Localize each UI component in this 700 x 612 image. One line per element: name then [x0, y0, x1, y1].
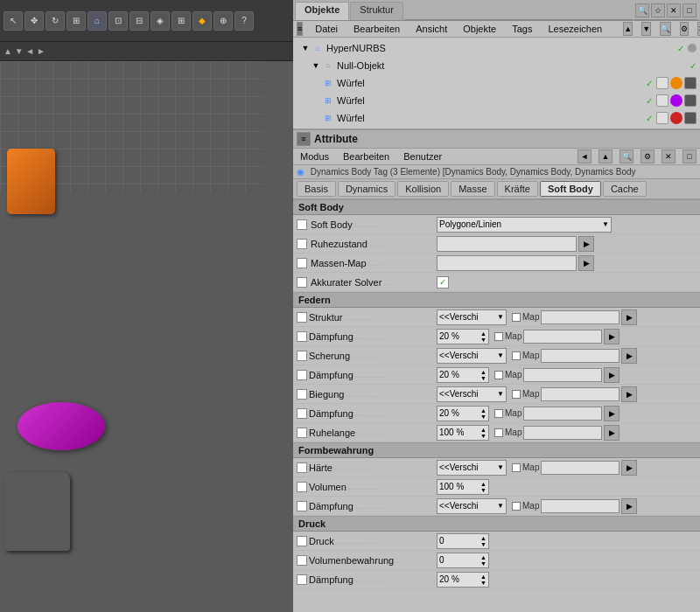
input-volumenbewahrung[interactable]: 0 ▲▼ — [437, 553, 489, 568]
search-icon[interactable]: 🔍 — [635, 3, 649, 17]
checkbox-daempfung-druck[interactable] — [297, 574, 307, 585]
dropdown-struktur[interactable]: <<Verschi▼ — [437, 309, 507, 325]
map-checkbox-haerte[interactable] — [512, 463, 521, 472]
close-icon[interactable]: ✕ — [667, 3, 681, 17]
tree-row-null[interactable]: ▼ ○ Null-Objekt ✓ — [293, 57, 700, 74]
input-daempfung-1[interactable]: 20 % ▲▼ — [437, 329, 489, 344]
attr-close-icon[interactable]: ✕ — [662, 150, 676, 163]
menu-icon-1[interactable]: ≡ — [297, 22, 303, 36]
input-ruhelange[interactable]: 100 % ▲▼ — [437, 425, 489, 441]
menu-ansicht[interactable]: Ansicht — [412, 23, 451, 35]
bool-icon[interactable]: ◈ — [150, 11, 170, 31]
cursor-icon[interactable]: ↖ — [4, 11, 23, 31]
btn-daempfung-1-map[interactable]: ▶ — [604, 329, 620, 344]
btn-daempfung-form-map[interactable]: ▶ — [621, 498, 637, 514]
scale-icon[interactable]: ⊞ — [66, 11, 86, 31]
map-checkbox-biegung[interactable] — [512, 390, 521, 399]
sym-icon[interactable]: ⊞ — [172, 11, 191, 31]
checkbox-volumen[interactable] — [297, 482, 307, 492]
btn-daempfung-3-map[interactable]: ▶ — [604, 406, 620, 421]
checkbox-daempfung-3[interactable] — [297, 408, 307, 419]
tree-row-cube3[interactable]: ⊞ Würfel ✓ — [293, 109, 700, 127]
menu-bearbeiten[interactable]: Bearbeiten — [350, 23, 403, 35]
btn-haerte-map[interactable]: ▶ — [621, 460, 637, 476]
subdivide-icon[interactable]: ⊡ — [108, 11, 128, 31]
tab-softbody[interactable]: Soft Body — [540, 181, 601, 197]
dropdown-scherung[interactable]: <<Verschi▼ — [437, 348, 507, 364]
map-field-scherung[interactable] — [541, 349, 620, 363]
question-icon[interactable]: ? — [234, 11, 254, 31]
input-daempfung-druck[interactable]: 20 % ▲▼ — [437, 572, 489, 588]
settings-icon[interactable]: ⚙ — [680, 22, 689, 36]
tree-row-hypernurbs[interactable]: ▼ ⌂ HyperNURBS ✓ — [293, 39, 700, 57]
checkbox-daempfung-2[interactable] — [297, 370, 307, 380]
checkbox-struktur[interactable] — [297, 312, 307, 323]
nav-up-icon[interactable]: ▲ — [623, 22, 633, 36]
tab-kraefte[interactable]: Kräfte — [497, 181, 538, 197]
menu-lesezeichen[interactable]: Lesezeichen — [544, 23, 606, 35]
tab-kollision[interactable]: Kollision — [397, 181, 449, 197]
attr-up-icon[interactable]: ▲ — [598, 150, 612, 163]
checkbox-druck[interactable] — [297, 536, 307, 546]
map-field-ruhelange[interactable] — [523, 426, 602, 440]
map-field-haerte[interactable] — [541, 461, 620, 475]
dropdown-biegung[interactable]: <<Verschi▼ — [437, 386, 507, 402]
map-checkbox-struktur[interactable] — [512, 313, 521, 322]
array-icon[interactable]: ⊟ — [130, 11, 149, 31]
map-field-biegung[interactable] — [541, 387, 620, 401]
checkbox-volumenbewahrung[interactable] — [297, 555, 307, 566]
input-druck[interactable]: 0 ▲▼ — [437, 533, 489, 549]
tab-dynamics[interactable]: Dynamics — [338, 181, 396, 197]
dropdown-daempfung-form[interactable]: <<Verschi▼ — [437, 498, 507, 514]
map-field-daempfung-form[interactable] — [541, 499, 620, 513]
checkbox-scherung[interactable] — [297, 351, 307, 361]
map-field-daempfung-1[interactable] — [523, 330, 602, 344]
move-icon[interactable]: ✥ — [24, 11, 44, 31]
map-checkbox-daempfung-2[interactable] — [494, 371, 503, 379]
map-field-daempfung-3[interactable] — [523, 407, 602, 421]
dropdown-haerte[interactable]: <<Verschi▼ — [437, 460, 507, 476]
deform-icon[interactable]: ◆ — [192, 11, 212, 31]
attr-menu-bearbeiten[interactable]: Bearbeiten — [340, 150, 393, 163]
tree-row-cube1[interactable]: ⊞ Würfel ✓ — [293, 74, 700, 92]
checkbox-daempfung-1[interactable] — [297, 331, 307, 342]
solver-checkbox-checked[interactable]: ✓ — [437, 276, 449, 289]
tab-struktur[interactable]: Struktur — [350, 2, 403, 20]
btn-daempfung-2-map[interactable]: ▶ — [604, 367, 620, 383]
checkbox-daempfung-form[interactable] — [297, 501, 307, 511]
bookmark-icon[interactable]: ☆ — [651, 3, 665, 17]
input-daempfung-3[interactable]: 20 % ▲▼ — [437, 406, 489, 421]
menu-objekte[interactable]: Objekte — [459, 23, 500, 35]
checkbox-ruhelange[interactable] — [297, 428, 307, 438]
btn-scherung-map[interactable]: ▶ — [621, 348, 637, 364]
tree-arrow-hypernurbs[interactable]: ▼ — [300, 43, 311, 53]
tab-cache[interactable]: Cache — [603, 181, 647, 197]
input-volumen[interactable]: 100 % ▲▼ — [437, 479, 489, 495]
btn-struktur-map[interactable]: ▶ — [621, 309, 637, 325]
map-field-daempfung-2[interactable] — [523, 368, 602, 382]
map-checkbox-ruhelange[interactable] — [494, 428, 503, 437]
map-checkbox-daempfung-3[interactable] — [494, 409, 503, 418]
attr-expand-icon[interactable]: □ — [682, 150, 696, 163]
checkbox-ruhezustand[interactable] — [297, 239, 307, 249]
attr-menu-benutzer[interactable]: Benutzer — [400, 150, 445, 163]
attr-search-icon[interactable]: 🔍 — [620, 150, 634, 163]
input-massen-map[interactable] — [437, 255, 577, 271]
map-field-struktur[interactable] — [541, 310, 620, 324]
attr-menu-icon[interactable]: ≡ — [297, 132, 311, 146]
btn-biegung-map[interactable]: ▶ — [621, 386, 637, 402]
checkbox-haerte[interactable] — [297, 462, 307, 473]
search2-icon[interactable]: 🔍 — [660, 22, 671, 36]
menu-tags[interactable]: Tags — [508, 23, 536, 35]
attr-menu-modus[interactable]: Modus — [297, 150, 332, 163]
checkbox-biegung[interactable] — [297, 389, 307, 400]
checkbox-massen-map[interactable] — [297, 258, 307, 268]
tree-row-cube2[interactable]: ⊞ Würfel ✓ — [293, 92, 700, 109]
btn-ruhelange-map[interactable]: ▶ — [604, 425, 620, 441]
nurbs-icon[interactable]: ⌂ — [88, 11, 107, 31]
rotate-icon[interactable]: ↻ — [46, 11, 65, 31]
map-checkbox-scherung[interactable] — [512, 351, 521, 360]
menu-datei[interactable]: Datei — [312, 23, 341, 35]
attribute-content[interactable]: Soft Body Soft Body ............ Polygon… — [293, 199, 700, 612]
btn-massen-map[interactable]: ▶ — [578, 255, 594, 271]
